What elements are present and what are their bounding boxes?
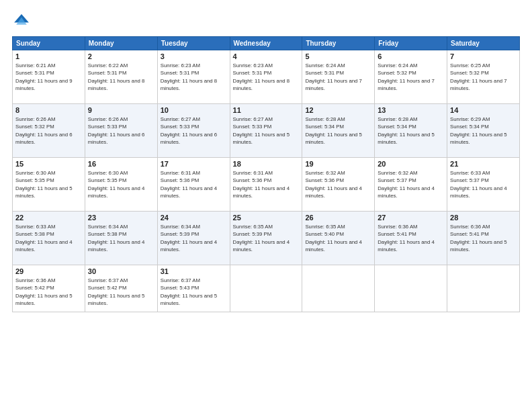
day-info: Sunrise: 6:28 AM Sunset: 5:34 PM Dayligh… — [305, 116, 371, 146]
day-number: 7 — [450, 52, 517, 60]
day-number: 24 — [161, 214, 227, 222]
day-info: Sunrise: 6:33 AM Sunset: 5:37 PM Dayligh… — [450, 169, 517, 199]
day-info: Sunrise: 6:32 AM Sunset: 5:37 PM Dayligh… — [378, 169, 444, 199]
day-number: 3 — [161, 52, 227, 60]
day-info: Sunrise: 6:37 AM Sunset: 5:43 PM Dayligh… — [161, 277, 227, 307]
calendar-cell: 13 Sunrise: 6:28 AM Sunset: 5:34 PM Dayl… — [375, 104, 447, 158]
logo-icon — [12, 12, 31, 31]
day-info: Sunrise: 6:26 AM Sunset: 5:33 PM Dayligh… — [88, 116, 154, 146]
day-number: 6 — [378, 52, 444, 60]
day-number: 18 — [233, 160, 300, 168]
day-number: 25 — [233, 214, 300, 222]
day-info: Sunrise: 6:33 AM Sunset: 5:38 PM Dayligh… — [15, 223, 82, 253]
calendar-cell: 23 Sunrise: 6:34 AM Sunset: 5:38 PM Dayl… — [85, 212, 157, 265]
day-number: 26 — [305, 214, 371, 222]
day-info: Sunrise: 6:27 AM Sunset: 5:33 PM Dayligh… — [233, 116, 300, 146]
calendar-cell: 9 Sunrise: 6:26 AM Sunset: 5:33 PM Dayli… — [85, 104, 157, 158]
weekday-header-sunday: Sunday — [13, 37, 85, 50]
day-number: 11 — [233, 106, 300, 114]
day-number: 13 — [378, 106, 444, 114]
calendar-cell: 6 Sunrise: 6:24 AM Sunset: 5:32 PM Dayli… — [375, 50, 447, 104]
day-number: 10 — [161, 106, 227, 114]
calendar-cell — [447, 265, 520, 312]
week-row-1: 1 Sunrise: 6:21 AM Sunset: 5:31 PM Dayli… — [13, 50, 520, 104]
day-number: 20 — [378, 160, 444, 168]
calendar-cell: 24 Sunrise: 6:34 AM Sunset: 5:39 PM Dayl… — [157, 212, 230, 265]
day-number: 21 — [450, 160, 517, 168]
day-number: 9 — [88, 106, 154, 114]
day-number: 4 — [233, 52, 300, 60]
week-row-5: 29 Sunrise: 6:36 AM Sunset: 5:42 PM Dayl… — [13, 265, 520, 312]
calendar-table: SundayMondayTuesdayWednesdayThursdayFrid… — [12, 36, 520, 312]
calendar-cell: 17 Sunrise: 6:31 AM Sunset: 5:36 PM Dayl… — [157, 158, 230, 212]
calendar-cell: 16 Sunrise: 6:30 AM Sunset: 5:35 PM Dayl… — [85, 158, 157, 212]
day-info: Sunrise: 6:23 AM Sunset: 5:31 PM Dayligh… — [233, 62, 300, 92]
week-row-4: 22 Sunrise: 6:33 AM Sunset: 5:38 PM Dayl… — [13, 212, 520, 265]
day-info: Sunrise: 6:23 AM Sunset: 5:31 PM Dayligh… — [161, 62, 227, 92]
day-info: Sunrise: 6:31 AM Sunset: 5:36 PM Dayligh… — [233, 169, 300, 199]
calendar-cell: 21 Sunrise: 6:33 AM Sunset: 5:37 PM Dayl… — [447, 158, 520, 212]
day-info: Sunrise: 6:24 AM Sunset: 5:31 PM Dayligh… — [305, 62, 371, 92]
calendar-cell — [375, 265, 447, 312]
day-number: 22 — [15, 214, 82, 222]
day-info: Sunrise: 6:26 AM Sunset: 5:32 PM Dayligh… — [15, 116, 82, 146]
calendar-cell — [230, 265, 302, 312]
day-number: 15 — [15, 160, 82, 168]
day-number: 8 — [15, 106, 82, 114]
calendar-cell: 28 Sunrise: 6:36 AM Sunset: 5:41 PM Dayl… — [447, 212, 520, 265]
week-row-3: 15 Sunrise: 6:30 AM Sunset: 5:35 PM Dayl… — [13, 158, 520, 212]
calendar-cell: 27 Sunrise: 6:36 AM Sunset: 5:41 PM Dayl… — [375, 212, 447, 265]
day-info: Sunrise: 6:30 AM Sunset: 5:35 PM Dayligh… — [15, 169, 82, 199]
day-info: Sunrise: 6:22 AM Sunset: 5:31 PM Dayligh… — [88, 62, 154, 92]
calendar-cell: 8 Sunrise: 6:26 AM Sunset: 5:32 PM Dayli… — [13, 104, 85, 158]
calendar-cell: 4 Sunrise: 6:23 AM Sunset: 5:31 PM Dayli… — [230, 50, 302, 104]
calendar-cell: 26 Sunrise: 6:35 AM Sunset: 5:40 PM Dayl… — [302, 212, 375, 265]
day-info: Sunrise: 6:21 AM Sunset: 5:31 PM Dayligh… — [15, 62, 82, 92]
calendar-cell: 22 Sunrise: 6:33 AM Sunset: 5:38 PM Dayl… — [13, 212, 85, 265]
day-number: 16 — [88, 160, 154, 168]
calendar-cell: 5 Sunrise: 6:24 AM Sunset: 5:31 PM Dayli… — [302, 50, 375, 104]
calendar-page: SundayMondayTuesdayWednesdayThursdayFrid… — [0, 0, 532, 411]
day-info: Sunrise: 6:34 AM Sunset: 5:39 PM Dayligh… — [161, 223, 227, 253]
day-info: Sunrise: 6:34 AM Sunset: 5:38 PM Dayligh… — [88, 223, 154, 253]
calendar-cell: 12 Sunrise: 6:28 AM Sunset: 5:34 PM Dayl… — [302, 104, 375, 158]
day-info: Sunrise: 6:36 AM Sunset: 5:41 PM Dayligh… — [378, 223, 444, 253]
day-number: 27 — [378, 214, 444, 222]
week-row-2: 8 Sunrise: 6:26 AM Sunset: 5:32 PM Dayli… — [13, 104, 520, 158]
day-info: Sunrise: 6:28 AM Sunset: 5:34 PM Dayligh… — [378, 116, 444, 146]
calendar-cell: 1 Sunrise: 6:21 AM Sunset: 5:31 PM Dayli… — [13, 50, 85, 104]
day-info: Sunrise: 6:24 AM Sunset: 5:32 PM Dayligh… — [378, 62, 444, 92]
weekday-header-friday: Friday — [375, 37, 447, 50]
day-info: Sunrise: 6:35 AM Sunset: 5:40 PM Dayligh… — [305, 223, 371, 253]
day-number: 23 — [88, 214, 154, 222]
weekday-header-saturday: Saturday — [447, 37, 520, 50]
calendar-cell: 3 Sunrise: 6:23 AM Sunset: 5:31 PM Dayli… — [157, 50, 230, 104]
calendar-cell — [302, 265, 375, 312]
day-info: Sunrise: 6:29 AM Sunset: 5:34 PM Dayligh… — [450, 116, 517, 146]
day-info: Sunrise: 6:32 AM Sunset: 5:36 PM Dayligh… — [305, 169, 371, 199]
weekday-header-row: SundayMondayTuesdayWednesdayThursdayFrid… — [13, 37, 520, 50]
day-number: 14 — [450, 106, 517, 114]
logo — [12, 12, 35, 31]
calendar-cell: 2 Sunrise: 6:22 AM Sunset: 5:31 PM Dayli… — [85, 50, 157, 104]
calendar-cell: 25 Sunrise: 6:35 AM Sunset: 5:39 PM Dayl… — [230, 212, 302, 265]
day-number: 12 — [305, 106, 371, 114]
day-number: 17 — [161, 160, 227, 168]
day-info: Sunrise: 6:37 AM Sunset: 5:42 PM Dayligh… — [88, 277, 154, 307]
weekday-header-monday: Monday — [85, 37, 157, 50]
day-number: 30 — [88, 267, 154, 275]
day-info: Sunrise: 6:36 AM Sunset: 5:41 PM Dayligh… — [450, 223, 517, 253]
calendar-cell: 18 Sunrise: 6:31 AM Sunset: 5:36 PM Dayl… — [230, 158, 302, 212]
header — [12, 12, 520, 31]
calendar-cell: 10 Sunrise: 6:27 AM Sunset: 5:33 PM Dayl… — [157, 104, 230, 158]
calendar-cell: 31 Sunrise: 6:37 AM Sunset: 5:43 PM Dayl… — [157, 265, 230, 312]
calendar-cell: 29 Sunrise: 6:36 AM Sunset: 5:42 PM Dayl… — [13, 265, 85, 312]
day-number: 1 — [15, 52, 82, 60]
day-number: 29 — [15, 267, 82, 275]
day-number: 5 — [305, 52, 371, 60]
day-number: 2 — [88, 52, 154, 60]
calendar-cell: 15 Sunrise: 6:30 AM Sunset: 5:35 PM Dayl… — [13, 158, 85, 212]
weekday-header-tuesday: Tuesday — [157, 37, 230, 50]
day-info: Sunrise: 6:31 AM Sunset: 5:36 PM Dayligh… — [161, 169, 227, 199]
day-info: Sunrise: 6:36 AM Sunset: 5:42 PM Dayligh… — [15, 277, 82, 307]
